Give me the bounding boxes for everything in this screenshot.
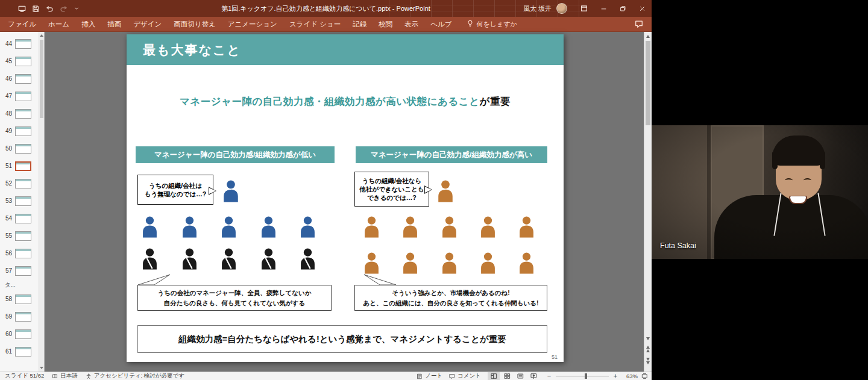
slide-thumbnail-60[interactable]: 60 — [0, 325, 44, 343]
ribbon-tab-8[interactable]: 記録 — [347, 17, 373, 32]
person-icon — [140, 247, 160, 270]
right-speech-bubble[interactable]: うちの組織/会社なら 他社ができないことも できるのでは…? — [354, 172, 429, 207]
comment-icon — [449, 373, 455, 379]
next-slide-button[interactable] — [644, 358, 652, 364]
status-right: ノート コメント − + 63% — [417, 372, 648, 380]
slide-title: 最も大事なこと — [143, 43, 241, 57]
slide-thumbnail-47[interactable]: 47 — [0, 87, 44, 105]
comments-icon[interactable] — [635, 20, 643, 28]
ribbon-tab-10[interactable]: 表示 — [398, 17, 424, 32]
accessibility-checker[interactable]: アクセシビリティ: 検討が必要です — [86, 372, 184, 380]
right-caption-box[interactable]: そういう強みとか、市場機会があるのね! あと、この組織には、自分の良さを知ってく… — [354, 285, 547, 311]
scrollbar-thumb[interactable] — [646, 41, 650, 125]
ribbon-tab-9[interactable]: 校閲 — [373, 17, 398, 32]
slide-sorter-view-button[interactable] — [501, 372, 513, 380]
bottom-emphasis-box[interactable]: 組織効力感=自分たちならばやれる!という感覚まで、マネジメントすることが重要 — [137, 325, 547, 353]
zoom-out-button[interactable]: − — [546, 372, 552, 380]
slide-thumbnail-55[interactable]: 55 — [0, 227, 44, 245]
notes-button[interactable]: ノート — [417, 372, 442, 380]
normal-view-button[interactable] — [488, 372, 500, 380]
slide-thumbnail-56[interactable]: 56 — [0, 245, 44, 262]
left-column-header[interactable]: マネージャー陣の自己効力感/組織効力感が低い — [136, 146, 335, 163]
participant-name: Futa Sakai — [660, 241, 696, 250]
ribbon-tab-0[interactable]: ファイル — [2, 17, 42, 32]
previous-slide-button[interactable] — [644, 346, 652, 352]
comments-button[interactable]: コメント — [449, 372, 481, 380]
ribbon-display-options-icon[interactable] — [574, 0, 594, 17]
slide-thumbnail-46[interactable]: 46 — [0, 70, 44, 87]
ribbon-tab-bar: ファイルホーム挿入描画デザイン画面切り替えアニメーションスライド ショー記録校閲… — [0, 17, 652, 32]
scroll-up-icon[interactable] — [646, 35, 650, 38]
close-icon[interactable] — [632, 0, 652, 17]
slide-thumbnail-59[interactable]: 59 — [0, 308, 44, 325]
slide-thumbnail-58[interactable]: 58 — [0, 290, 44, 308]
scroll-up-icon[interactable] — [40, 34, 43, 37]
language-label: 日本語 — [60, 372, 78, 380]
ribbon-tab-7[interactable]: スライド ショー — [283, 17, 347, 32]
slide-thumbnail-53[interactable]: 53 — [0, 192, 44, 210]
scroll-down-icon[interactable] — [40, 367, 43, 369]
redo-icon[interactable] — [60, 5, 68, 13]
slide-thumbnail-57[interactable]: 57 — [0, 262, 44, 279]
right-person-row-1[interactable] — [362, 215, 536, 238]
left-caption-box[interactable]: うちの会社のマネージャー陣、全員、疲弊してないか 自分たちの良さも、何も見てくれ… — [137, 285, 332, 311]
ribbon-tab-3[interactable]: 描画 — [101, 17, 127, 32]
zoom-slider[interactable] — [556, 372, 609, 380]
slide-headline[interactable]: マネージャー陣の自己効力感・組織効力感が高い状態にあることが重要 — [127, 95, 564, 108]
ribbon-tab-1[interactable]: ホーム — [42, 17, 75, 32]
view-switcher — [488, 372, 539, 380]
slide-thumbnail-49[interactable]: 49 — [0, 122, 44, 140]
ribbon-tab-6[interactable]: アニメーション — [222, 17, 283, 32]
slide-thumbnail-51[interactable]: 51 — [0, 157, 44, 175]
reading-view-button[interactable] — [514, 372, 526, 380]
slide-thumbnail-45[interactable]: 45 — [0, 52, 44, 70]
right-column-header[interactable]: マネージャー陣の自己効力感/組織効力感が高い — [356, 146, 547, 163]
fit-to-window-icon[interactable] — [641, 373, 648, 379]
save-icon[interactable] — [32, 5, 40, 13]
slide-thumbnail-54[interactable]: 54 — [0, 210, 44, 227]
slide-title-band[interactable]: 最も大事なこと — [127, 34, 564, 65]
person-icon — [219, 247, 239, 270]
slide-51[interactable]: 最も大事なこと マネージャー陣の自己効力感・組織効力感が高い状態にあることが重要… — [127, 34, 564, 362]
person-icon — [400, 251, 420, 275]
window-title: 第1回.キックオフ.自己効力感と組織効力感について.pptx - PowerPo… — [221, 4, 430, 13]
left-person-row-1[interactable] — [140, 215, 318, 238]
thumbnail-section-label[interactable]: タ... — [0, 279, 44, 290]
tell-me-search[interactable]: 何をしますか — [467, 20, 517, 29]
slide-thumbnail-44[interactable]: 44 — [0, 35, 44, 52]
slideshow-view-button[interactable] — [527, 372, 539, 380]
ribbon-tab-11[interactable]: ヘルプ — [424, 17, 458, 32]
scroll-down-icon[interactable] — [644, 337, 652, 340]
undo-icon[interactable] — [46, 5, 54, 13]
restore-icon[interactable] — [613, 0, 632, 17]
minimize-icon[interactable] — [594, 0, 613, 17]
account-name[interactable]: 風太 坂井 — [523, 4, 552, 13]
tell-me-label: 何をしますか — [477, 20, 517, 29]
zoom-percentage[interactable]: 63% — [622, 373, 638, 379]
right-person-row-2[interactable] — [362, 251, 536, 275]
slide-thumbnail-52[interactable]: 52 — [0, 175, 44, 192]
left-leader-person[interactable] — [221, 179, 241, 203]
person-icon — [517, 215, 536, 238]
thumbnail-scrollbar-thumb[interactable] — [40, 40, 43, 118]
ribbon-tab-5[interactable]: 画面切り替え — [168, 17, 222, 32]
main-scrollbar[interactable] — [644, 32, 652, 372]
language-indicator[interactable]: 日本語 — [52, 372, 78, 380]
zoom-slider-thumb[interactable] — [585, 373, 587, 379]
start-slideshow-icon[interactable] — [18, 5, 26, 13]
slide-thumbnail-61[interactable]: 61 — [0, 343, 44, 360]
right-leader-person[interactable] — [435, 179, 456, 203]
slide-thumbnail-50[interactable]: 50 — [0, 140, 44, 157]
ribbon-tab-4[interactable]: デザイン — [127, 17, 168, 32]
slide-counter[interactable]: スライド 51/62 — [5, 372, 44, 380]
thumbnail-scrollbar[interactable] — [39, 32, 44, 372]
customize-toolbar-icon[interactable] — [74, 5, 80, 11]
left-speech-bubble[interactable]: うちの組織/会社は もう無理なのでは…? — [137, 175, 213, 205]
account-avatar[interactable] — [556, 3, 567, 14]
slide-thumbnail-panel: 4445464748495051525354555657タ...58596061 — [0, 32, 45, 372]
slide-thumbnail-48[interactable]: 48 — [0, 105, 44, 122]
ribbon-tab-2[interactable]: 挿入 — [75, 17, 101, 32]
titlebar-right: 風太 坂井 — [523, 0, 652, 17]
left-person-row-2[interactable] — [140, 247, 318, 270]
zoom-in-button[interactable]: + — [612, 372, 618, 380]
